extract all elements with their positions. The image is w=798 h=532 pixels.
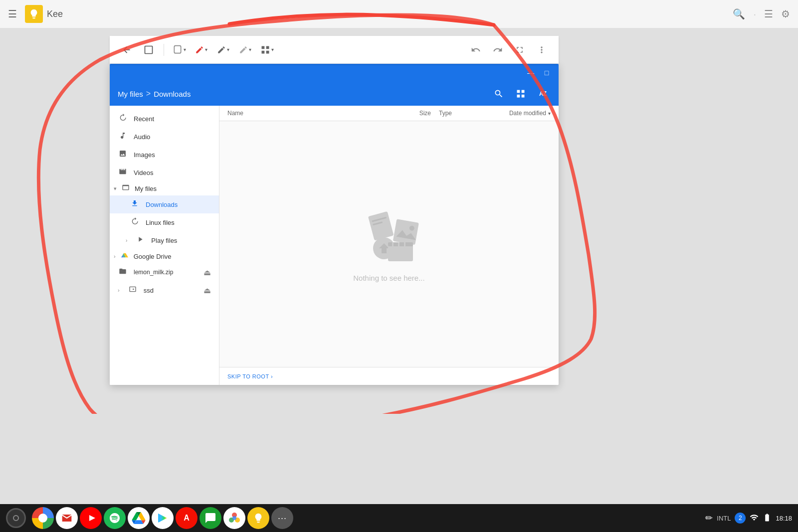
breadcrumb-separator: > [146,89,151,98]
skip-to-root-link[interactable]: SKIP TO ROOT › [227,373,273,379]
grid-view-button[interactable] [513,86,529,102]
breadcrumb-current: Downloads [154,90,191,98]
taskbar-drive[interactable] [128,507,150,529]
taskbar-youtube[interactable] [80,507,102,529]
fullscreen-button[interactable] [511,41,529,59]
taskbar-acrobat[interactable]: A [176,507,198,529]
downloads-icon [130,199,140,209]
sidebar-label-recent: Recent [134,115,154,123]
sidebar-item-ssd[interactable]: › ssd ⏏ [110,281,219,299]
sidebar-item-images[interactable]: Images [110,146,219,164]
eject-lemon-icon[interactable]: ⏏ [203,268,211,277]
svg-rect-9 [392,242,394,246]
dot-icon: · [753,8,756,20]
sidebar-item-recent[interactable]: Recent [110,110,219,128]
redo-button[interactable] [489,41,507,59]
light-pen-tool[interactable]: ▾ [236,41,254,59]
app-bar-actions: 🔍 · ☰ ⚙ [733,8,790,20]
svg-point-16 [232,516,236,520]
sidebar-label-lemon-milk: lemon_milk.zip [134,269,173,276]
sidebar-item-downloads[interactable]: Downloads [110,195,219,213]
svg-rect-5 [393,219,419,245]
annotation-toolbar: ▾ ▾ ▾ ▾ ▾ [110,36,559,64]
col-date-header[interactable]: Date modified ▾ [481,110,551,117]
notification-badge[interactable]: 2 [735,513,746,524]
col-size-header: Size [391,110,431,117]
more-options-button[interactable] [533,41,551,59]
list-icon[interactable]: ☰ [764,8,773,20]
wifi-icon[interactable] [750,513,759,524]
taskbar-messages[interactable] [200,507,221,529]
taskbar-more[interactable]: ··· [271,507,293,529]
sidebar-myfiles-header[interactable]: ▾ My files [110,181,219,195]
ssd-icon [128,285,138,295]
sidebar-label-images: Images [134,151,155,159]
sidebar-label-audio: Audio [134,133,150,141]
sidebar-label-linuxfiles: Linux files [146,219,175,226]
taskbar-right: ✏ INTL 2 18:18 [705,513,792,524]
window-bottom-bar: SKIP TO ROOT › [219,367,559,385]
back-button[interactable] [118,41,136,59]
sidebar-label-myfiles: My files [135,185,157,192]
recent-icon [118,114,128,124]
app-bar: ☰ Kee 🔍 · ☰ ⚙ [0,0,798,28]
googledrive-icon [120,251,130,261]
sidebar-label-googledrive: Google Drive [134,253,172,260]
right-panel: Name Size Type Date modified ▾ [219,106,559,385]
taskbar-record-button[interactable] [6,508,26,528]
eject-ssd-icon[interactable]: ⏏ [203,286,211,295]
red-pen-tool[interactable]: ▾ [192,41,210,59]
sidebar-label-downloads: Downloads [146,201,178,208]
maximize-button[interactable]: □ [541,67,553,79]
sidebar-label-playfiles: Play files [151,237,177,244]
taskbar-gmail[interactable] [56,507,78,529]
taskbar-photos[interactable] [223,507,245,529]
column-headers: Name Size Type Date modified ▾ [219,106,559,121]
breadcrumb-actions: AZ [491,86,551,102]
taskbar-chrome[interactable] [32,507,54,529]
sidebar: Recent Audio Images [110,106,219,385]
gray-pen-tool[interactable]: ▾ [214,41,232,59]
taskbar-play[interactable] [152,507,174,529]
desktop: ☰ Kee 🔍 · ☰ ⚙ ▾ ▾ ▾ [0,0,798,532]
select-tool[interactable] [140,41,158,59]
sidebar-item-audio[interactable]: Audio [110,128,219,146]
empty-state: Nothing to see here... [219,121,559,367]
taskbar-spotify[interactable] [104,507,126,529]
breadcrumb-root[interactable]: My files [118,90,143,98]
menu-icon[interactable]: ☰ [8,8,17,20]
search-button[interactable] [491,86,507,102]
battery-icon [763,513,772,524]
col-type-header: Type [431,110,481,117]
grid-tool[interactable]: ▾ [258,41,276,59]
svg-rect-11 [404,242,405,246]
sort-button[interactable]: AZ [535,86,551,102]
videos-icon [118,168,128,177]
svg-rect-1 [368,211,394,241]
sidebar-item-linuxfiles[interactable]: Linux files [110,213,219,231]
sort-arrow-icon: ▾ [548,111,551,116]
audio-icon [118,132,128,142]
images-icon [118,150,128,160]
sidebar-item-playfiles[interactable]: › Play files [110,231,219,249]
settings-icon[interactable]: ⚙ [781,8,790,20]
svg-marker-12 [89,515,95,521]
pen-icon[interactable]: ✏ [705,513,713,524]
sidebar-item-lemon-milk[interactable]: lemon_milk.zip ⏏ [110,263,219,281]
minimize-button[interactable]: — [525,67,537,79]
undo-button[interactable] [467,41,485,59]
breadcrumb-bar: My files > Downloads AZ [110,82,559,106]
files-window: — □ My files > Downloads AZ [110,64,559,385]
taskbar-keep[interactable] [247,507,269,529]
highlighter-tool[interactable]: ▾ [170,41,188,59]
svg-rect-8 [388,242,413,246]
search-icon[interactable]: 🔍 [733,8,745,20]
myfiles-icon [121,183,131,193]
window-titlebar: — □ [110,64,559,82]
sidebar-item-videos[interactable]: Videos [110,164,219,181]
sidebar-label-ssd: ssd [144,287,154,294]
content-area: Recent Audio Images [110,106,559,385]
empty-text: Nothing to see here... [353,274,424,282]
svg-rect-10 [398,242,399,246]
sidebar-googledrive-header[interactable]: › Google Drive [110,249,219,263]
